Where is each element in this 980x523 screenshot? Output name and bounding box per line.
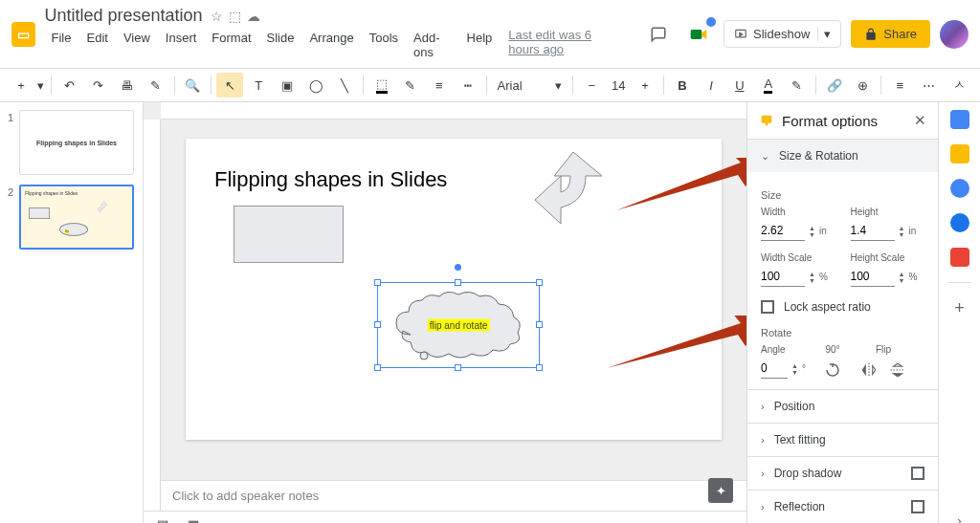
- resize-handle[interactable]: [536, 364, 543, 371]
- border-color-tool[interactable]: ✎: [397, 73, 424, 98]
- slide-thumb-2[interactable]: 2 Flipping shapes in Slides flip: [8, 185, 135, 250]
- underline-tool[interactable]: U: [726, 73, 753, 98]
- text-color-tool[interactable]: A: [755, 73, 782, 98]
- font-size-dec[interactable]: −: [578, 73, 605, 98]
- comments-icon[interactable]: [643, 19, 674, 50]
- canvas-area[interactable]: Flipping shapes in Slides flip and rotat…: [144, 102, 746, 523]
- menu-tools[interactable]: Tools: [363, 28, 405, 62]
- height-scale-stepper[interactable]: ▲▼: [899, 271, 905, 284]
- calendar-icon[interactable]: [950, 110, 969, 129]
- resize-handle[interactable]: [536, 321, 543, 328]
- rectangle-shape[interactable]: [234, 206, 344, 263]
- font-size-input[interactable]: 14: [607, 76, 630, 96]
- shape-tool[interactable]: ◯: [302, 73, 329, 98]
- share-button[interactable]: Share: [851, 20, 930, 48]
- height-input[interactable]: [851, 221, 895, 241]
- width-scale-stepper[interactable]: ▲▼: [809, 271, 815, 284]
- speaker-notes[interactable]: Click to add speaker notes: [161, 480, 746, 511]
- move-icon[interactable]: ⬚: [229, 9, 241, 24]
- reflection-checkbox[interactable]: [911, 500, 924, 513]
- zoom-tool[interactable]: 🔍: [180, 73, 207, 98]
- bold-tool[interactable]: B: [669, 73, 696, 98]
- tasks-icon[interactable]: [950, 179, 969, 198]
- comment-tool[interactable]: ⊕: [850, 73, 877, 98]
- slides-logo[interactable]: ▭: [11, 22, 35, 47]
- section-text-fitting[interactable]: ›Text fitting: [747, 424, 938, 456]
- menu-help[interactable]: Help: [460, 28, 500, 62]
- link-tool[interactable]: 🔗: [821, 73, 848, 98]
- slide-thumb-1[interactable]: 1 Flipping shapes in Slides: [8, 110, 135, 175]
- section-drop-shadow[interactable]: ›Drop shadow: [747, 457, 938, 490]
- print-tool[interactable]: 🖶: [114, 73, 141, 98]
- cloud-status-icon[interactable]: ☁: [247, 9, 260, 24]
- section-size-rotation[interactable]: ⌄ Size & Rotation: [747, 140, 938, 172]
- section-reflection[interactable]: ›Reflection: [747, 490, 938, 523]
- menu-slide[interactable]: Slide: [260, 28, 301, 62]
- slide-title-text[interactable]: Flipping shapes in Slides: [214, 167, 447, 192]
- maps-icon[interactable]: [950, 248, 969, 267]
- contacts-icon[interactable]: [950, 213, 969, 232]
- angle-input[interactable]: [761, 359, 788, 379]
- menu-insert[interactable]: Insert: [159, 28, 204, 62]
- height-scale-input[interactable]: [851, 267, 895, 287]
- resize-handle[interactable]: [455, 279, 461, 286]
- highlight-tool[interactable]: ✎: [784, 73, 811, 98]
- align-tool[interactable]: ≡: [886, 73, 913, 98]
- doc-title[interactable]: Untitled presentation: [45, 6, 203, 26]
- image-tool[interactable]: ▣: [274, 73, 301, 98]
- collapse-toolbar[interactable]: ㅅ: [946, 73, 972, 98]
- font-select[interactable]: Arial▾: [492, 76, 568, 96]
- width-stepper[interactable]: ▲▼: [809, 225, 815, 238]
- width-scale-input[interactable]: [761, 267, 805, 287]
- menu-addons[interactable]: Add-ons: [407, 28, 457, 62]
- angle-stepper[interactable]: ▲▼: [791, 362, 798, 376]
- filmstrip-view-icon[interactable]: ▤: [157, 517, 168, 523]
- new-slide-dropdown[interactable]: ▾: [36, 73, 46, 98]
- menu-format[interactable]: Format: [205, 28, 257, 62]
- fill-color-tool[interactable]: ⬚: [368, 73, 395, 98]
- resize-handle[interactable]: [455, 364, 461, 371]
- width-input[interactable]: [761, 221, 805, 241]
- collapse-rail-icon[interactable]: ›: [957, 513, 961, 523]
- undo-tool[interactable]: ↶: [56, 73, 83, 98]
- rotate-handle[interactable]: [455, 264, 461, 271]
- line-tool[interactable]: ╲: [331, 73, 358, 98]
- slideshow-button[interactable]: Slideshow ▾: [724, 20, 841, 48]
- section-position[interactable]: ›Position: [747, 390, 938, 423]
- user-avatar[interactable]: [940, 20, 969, 49]
- slide-canvas[interactable]: Flipping shapes in Slides flip and rotat…: [186, 139, 722, 440]
- panel-close-icon[interactable]: ✕: [914, 112, 926, 129]
- rotate-90-button[interactable]: [823, 360, 842, 380]
- menu-file[interactable]: File: [45, 28, 78, 62]
- resize-handle[interactable]: [374, 321, 381, 328]
- border-dash-tool[interactable]: ┅: [455, 73, 481, 98]
- drop-shadow-checkbox[interactable]: [911, 467, 924, 480]
- curved-arrow-shape[interactable]: [521, 142, 616, 238]
- select-tool[interactable]: ↖: [216, 73, 243, 98]
- paint-format-tool[interactable]: ✎: [143, 73, 169, 98]
- font-size-inc[interactable]: +: [632, 73, 658, 98]
- height-stepper[interactable]: ▲▼: [899, 225, 905, 238]
- selection-box[interactable]: [377, 282, 540, 368]
- border-weight-tool[interactable]: ≡: [426, 73, 453, 98]
- menu-view[interactable]: View: [117, 28, 157, 62]
- lock-aspect-checkbox[interactable]: [761, 300, 774, 314]
- more-tools[interactable]: ⋯: [915, 73, 942, 98]
- new-slide-tool[interactable]: +: [8, 73, 34, 98]
- flip-vertical-button[interactable]: [888, 360, 907, 380]
- meet-icon[interactable]: [683, 19, 714, 50]
- menu-edit[interactable]: Edit: [79, 28, 114, 62]
- last-edit-link[interactable]: Last edit was 6 hours ago: [508, 28, 624, 62]
- redo-tool[interactable]: ↷: [85, 73, 112, 98]
- resize-handle[interactable]: [536, 279, 543, 286]
- italic-tool[interactable]: I: [698, 73, 724, 98]
- flip-horizontal-button[interactable]: [859, 360, 879, 380]
- keep-icon[interactable]: [950, 144, 969, 163]
- resize-handle[interactable]: [374, 364, 381, 371]
- grid-view-icon[interactable]: ▦: [188, 517, 199, 523]
- textbox-tool[interactable]: T: [245, 73, 272, 98]
- add-addon-icon[interactable]: +: [954, 298, 965, 318]
- explore-button[interactable]: ✦: [708, 478, 733, 503]
- star-icon[interactable]: ☆: [211, 9, 223, 24]
- menu-arrange[interactable]: Arrange: [302, 28, 360, 62]
